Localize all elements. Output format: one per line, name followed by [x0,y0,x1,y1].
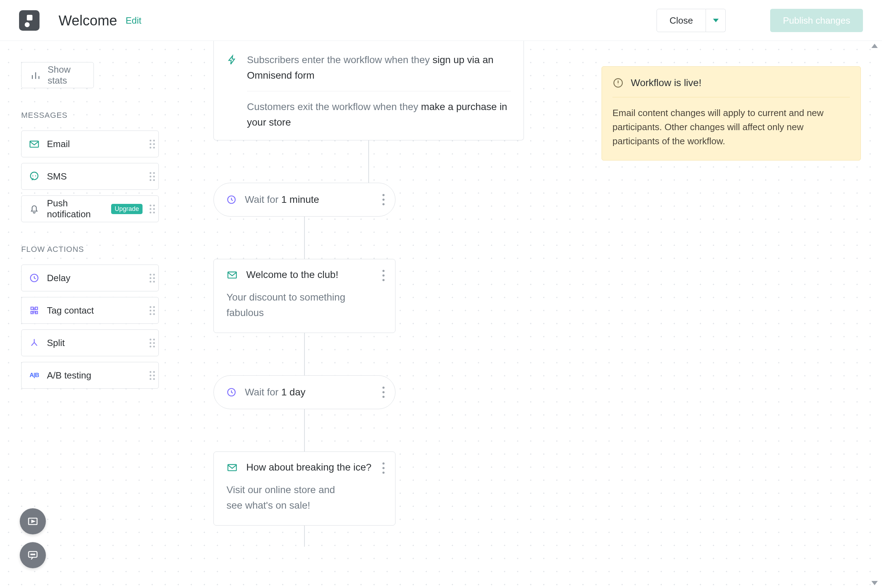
support-chat-button[interactable] [20,542,46,568]
tag-contact-icon [28,305,40,316]
chat-icon [27,549,39,561]
connector [304,526,305,547]
delay-node-text: Wait for 1 minute [245,194,319,205]
edit-link[interactable]: Edit [126,15,141,26]
scroll-up-icon[interactable] [872,44,878,48]
palette-item-label: SMS [47,171,67,182]
palette-item-sms[interactable]: SMS [21,163,159,190]
workspace: Show stats MESSAGES Email SMS [0,41,882,588]
delay-node-2[interactable]: Wait for 1 day [213,375,396,409]
palette-item-label: Split [47,338,65,348]
help-video-button[interactable] [20,508,46,534]
lightning-icon [226,54,238,66]
info-body: Email content changes will apply to curr… [612,106,850,148]
palette-item-split[interactable]: Split [21,330,159,356]
drag-handle-icon[interactable] [150,140,155,148]
sidebar: Show stats MESSAGES Email SMS [21,62,159,389]
info-panel: Workflow is live! Email content changes … [602,66,861,160]
video-icon [27,515,39,528]
close-button[interactable]: Close [657,9,706,32]
drag-handle-icon[interactable] [150,306,155,315]
clock-icon [28,272,40,284]
svg-point-12 [33,554,33,555]
flow-group-label: FLOW ACTIONS [21,245,159,254]
palette-item-label: Delay [47,273,70,284]
clock-icon [226,194,237,205]
flow-canvas[interactable]: Subscribers enter the workflow when they… [213,41,524,588]
drag-handle-icon[interactable] [150,274,155,282]
svg-rect-0 [30,141,39,147]
bell-icon [28,203,40,214]
ab-testing-icon: A|B [28,370,40,381]
palette-item-label: Push notification [47,198,104,220]
email-node-1[interactable]: Welcome to the club! Your discount to so… [213,259,396,333]
split-icon [28,337,40,348]
publish-button[interactable]: Publish changes [770,9,863,32]
trigger-exit-text: Customers exit the workflow when they ma… [247,99,511,130]
drag-handle-icon[interactable] [150,172,155,181]
sms-icon [28,171,40,182]
header-actions: Close Publish changes [657,9,863,32]
svg-point-1 [30,172,38,180]
palette-item-ab[interactable]: A|B A/B testing [21,362,159,389]
kebab-menu-icon[interactable] [382,387,384,398]
palette-item-label: Tag contact [47,305,94,316]
palette-item-label: A/B testing [47,370,92,381]
mail-icon [226,462,238,473]
page-title: Welcome [58,13,117,28]
drag-handle-icon[interactable] [150,205,155,213]
svg-rect-5 [228,272,236,278]
chevron-down-icon [713,19,718,22]
close-dropdown[interactable] [706,9,726,32]
kebab-menu-icon[interactable] [382,270,384,281]
palette-item-push[interactable]: Push notification Upgrade [21,195,159,222]
connector [368,140,369,183]
email-node-2[interactable]: How about breaking the ice? Visit our on… [213,452,396,526]
email-node-body: Your discount to something fabulous [226,290,350,321]
svg-point-13 [34,554,34,555]
trigger-node[interactable]: Subscribers enter the workflow when they… [213,41,524,140]
svg-point-11 [31,554,32,555]
header: Welcome Edit Close Publish changes [0,0,882,41]
kebab-menu-icon[interactable] [382,194,384,205]
connector [304,409,305,452]
svg-rect-7 [228,465,236,471]
app-logo [19,10,39,31]
kebab-menu-icon[interactable] [382,462,384,474]
palette-item-tag[interactable]: Tag contact [21,297,159,324]
palette-item-label: Email [47,139,70,150]
email-node-title: How about breaking the ice? [246,462,372,473]
mail-icon [28,138,40,150]
flow-group: Delay Tag contact Split A|B A/B testing [21,264,159,389]
email-node-body: Visit our online store and see what's on… [226,482,350,513]
mail-icon [226,269,238,280]
messages-group: Email SMS Push notification Upgrade [21,130,159,222]
svg-point-3 [33,308,35,310]
palette-item-email[interactable]: Email [21,130,159,158]
show-stats-button[interactable]: Show stats [21,62,94,88]
email-node-title: Welcome to the club! [246,269,338,280]
vertical-scrollbar[interactable] [869,41,880,588]
drag-handle-icon[interactable] [150,339,155,348]
upgrade-badge: Upgrade [111,204,142,214]
delay-node-1[interactable]: Wait for 1 minute [213,183,396,217]
show-stats-label: Show stats [48,64,85,86]
stats-icon [30,69,41,81]
messages-group-label: MESSAGES [21,111,159,120]
info-title: Workflow is live! [631,77,701,88]
scroll-down-icon[interactable] [872,581,878,585]
palette-item-delay[interactable]: Delay [21,264,159,291]
trigger-enter-text: Subscribers enter the workflow when they… [247,52,511,83]
alert-icon [612,77,624,88]
delay-node-text: Wait for 1 day [245,387,306,398]
drag-handle-icon[interactable] [150,371,155,380]
connector [304,333,305,375]
connector [304,217,305,259]
clock-icon [226,387,237,398]
